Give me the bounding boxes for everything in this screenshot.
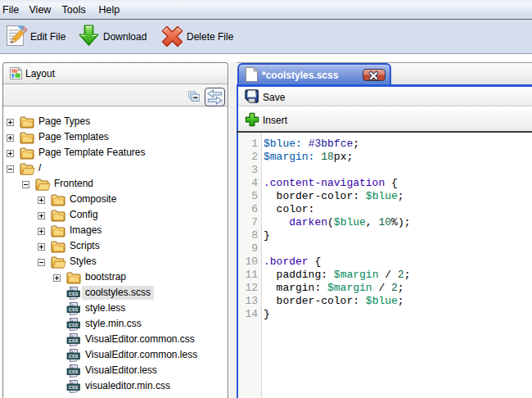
svg-text:CSS: CSS — [69, 322, 79, 327]
svg-text:CSS: CSS — [69, 306, 79, 311]
svg-text:CSS: CSS — [69, 337, 79, 342]
svg-text:CSS: CSS — [69, 369, 79, 373]
svg-text:CSS: CSS — [69, 384, 79, 389]
svg-text:CSS: CSS — [69, 291, 79, 296]
svg-text:CSS: CSS — [69, 353, 79, 358]
